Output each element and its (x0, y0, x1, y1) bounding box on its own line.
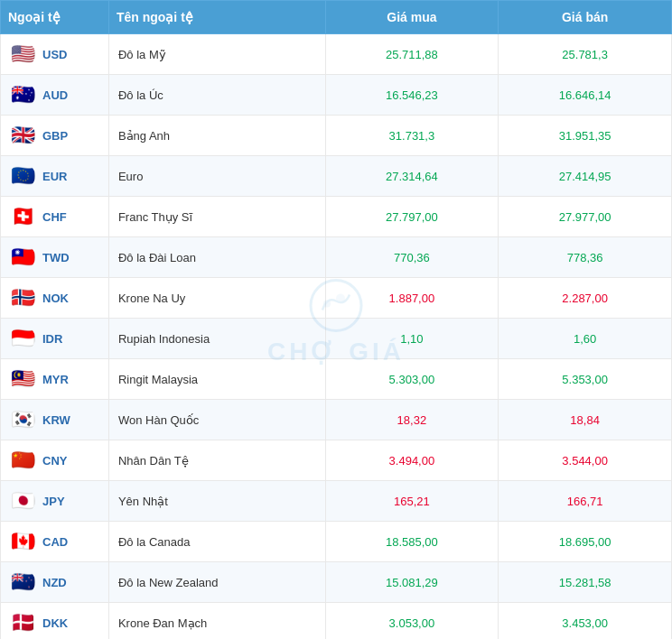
buy-value: 27.797,00 (386, 210, 438, 224)
table-row: 🇨🇭 CHF Franc Thụy Sĩ27.797,0027.977,00 (1, 197, 672, 237)
buy-value: 18.585,00 (386, 535, 438, 549)
currency-cell-dkk: 🇩🇰 DKK (1, 603, 109, 640)
table-row: 🇯🇵 JPY Yên Nhật165,21166,71 (1, 481, 672, 522)
sell-price-myr: 5.353,00 (499, 359, 672, 400)
buy-value: 1.887,00 (389, 292, 435, 305)
sell-value: 31.951,35 (559, 129, 611, 143)
sell-value: 778,36 (567, 251, 603, 264)
currency-code-chf: CHF (42, 210, 67, 224)
currency-code-krw: KRW (42, 413, 70, 427)
sell-value: 25.781,3 (562, 48, 608, 61)
currency-cell-cad: 🇨🇦 CAD (1, 522, 109, 562)
table-row: 🇺🇸 USD Đô la Mỹ25.711,8825.781,3 (1, 34, 672, 75)
buy-value: 770,36 (394, 251, 430, 264)
currency-name-twd: Đô la Đài Loan (108, 237, 325, 278)
table-row: 🇹🇼 TWD Đô la Đài Loan770,36778,36 (1, 237, 672, 278)
buy-value: 31.731,3 (389, 129, 435, 143)
currency-code-nok: NOK (42, 292, 69, 305)
buy-value: 15.081,29 (386, 576, 438, 589)
currency-cell-nzd: 🇳🇿 NZD (1, 562, 109, 603)
currency-name-idr: Rupiah Indonesia (108, 319, 325, 359)
currency-rates-table: Ngoại tệ Tên ngoại tệ Giá mua Giá bán 🇺🇸… (0, 0, 672, 639)
currency-cell-krw: 🇰🇷 KRW (1, 400, 109, 440)
flag-idr: 🇮🇩 (10, 326, 35, 351)
buy-price-nzd: 15.081,29 (325, 562, 499, 603)
currency-code-twd: TWD (42, 251, 70, 264)
buy-price-krw: 18,32 (325, 400, 499, 440)
sell-value: 166,71 (567, 495, 603, 508)
buy-price-jpy: 165,21 (325, 481, 499, 522)
currency-cell-twd: 🇹🇼 TWD (1, 237, 109, 278)
currency-name-cad: Đô la Canada (108, 522, 325, 562)
table-row: 🇮🇩 IDR Rupiah Indonesia1,101,60 (1, 319, 672, 359)
buy-price-cad: 18.585,00 (325, 522, 499, 562)
currency-cell-myr: 🇲🇾 MYR (1, 359, 109, 400)
buy-price-cny: 3.494,00 (325, 440, 499, 481)
sell-value: 5.353,00 (562, 373, 608, 386)
sell-price-gbp: 31.951,35 (499, 116, 672, 156)
sell-price-nzd: 15.281,58 (499, 562, 672, 603)
sell-value: 27.414,95 (559, 170, 611, 183)
currency-cell-aud: 🇦🇺 AUD (1, 75, 109, 116)
sell-price-nok: 2.287,00 (499, 278, 672, 319)
currency-table-container: CHỢ GIÁ Ngoại tệ Tên ngoại tệ Giá mua Gi… (0, 0, 672, 639)
flag-cad: 🇨🇦 (10, 529, 35, 554)
currency-name-jpy: Yên Nhật (108, 481, 325, 522)
currency-code-nzd: NZD (42, 576, 67, 589)
currency-name-usd: Đô la Mỹ (108, 34, 325, 75)
currency-name-nzd: Đô la New Zealand (108, 562, 325, 603)
table-row: 🇪🇺 EUR Euro27.314,6427.414,95 (1, 156, 672, 197)
table-row: 🇳🇴 NOK Krone Na Uy1.887,002.287,00 (1, 278, 672, 319)
table-row: 🇲🇾 MYR Ringit Malaysia5.303,005.353,00 (1, 359, 672, 400)
buy-value: 165,21 (394, 495, 430, 508)
currency-code-aud: AUD (42, 88, 68, 102)
sell-price-chf: 27.977,00 (499, 197, 672, 237)
currency-name-cny: Nhân Dân Tệ (108, 440, 325, 481)
sell-price-idr: 1,60 (499, 319, 672, 359)
table-row: 🇨🇦 CAD Đô la Canada18.585,0018.695,00 (1, 522, 672, 562)
sell-price-jpy: 166,71 (499, 481, 672, 522)
header-currency: Ngoại tệ (1, 1, 109, 34)
flag-twd: 🇹🇼 (10, 245, 35, 270)
currency-cell-chf: 🇨🇭 CHF (1, 197, 109, 237)
sell-price-cad: 18.695,00 (499, 522, 672, 562)
table-body: 🇺🇸 USD Đô la Mỹ25.711,8825.781,3 🇦🇺 AUD … (1, 34, 672, 640)
currency-name-eur: Euro (108, 156, 325, 197)
table-header-row: Ngoại tệ Tên ngoại tệ Giá mua Giá bán (1, 1, 672, 34)
sell-price-krw: 18,84 (499, 400, 672, 440)
buy-value: 16.546,23 (386, 88, 438, 102)
currency-cell-idr: 🇮🇩 IDR (1, 319, 109, 359)
sell-price-usd: 25.781,3 (499, 34, 672, 75)
header-buy: Giá mua (325, 1, 499, 34)
flag-eur: 🇪🇺 (10, 163, 35, 189)
buy-price-chf: 27.797,00 (325, 197, 499, 237)
buy-price-gbp: 31.731,3 (325, 116, 499, 156)
currency-name-nok: Krone Na Uy (108, 278, 325, 319)
sell-price-twd: 778,36 (499, 237, 672, 278)
currency-cell-nok: 🇳🇴 NOK (1, 278, 109, 319)
flag-jpy: 🇯🇵 (10, 488, 35, 514)
currency-name-chf: Franc Thụy Sĩ (108, 197, 325, 237)
buy-value: 25.711,88 (386, 48, 438, 61)
sell-price-aud: 16.646,14 (499, 75, 672, 116)
buy-value: 3.053,00 (389, 616, 435, 630)
sell-value: 3.544,00 (562, 454, 608, 468)
header-sell: Giá bán (499, 1, 672, 34)
buy-price-twd: 770,36 (325, 237, 499, 278)
currency-cell-gbp: 🇬🇧 GBP (1, 116, 109, 156)
buy-value: 3.494,00 (389, 454, 435, 468)
flag-myr: 🇲🇾 (10, 366, 35, 392)
currency-name-gbp: Bảng Anh (108, 116, 325, 156)
currency-code-jpy: JPY (42, 495, 65, 508)
sell-value: 3.453,00 (562, 616, 608, 630)
currency-name-dkk: Krone Đan Mạch (108, 603, 325, 640)
currency-name-myr: Ringit Malaysia (108, 359, 325, 400)
sell-price-cny: 3.544,00 (499, 440, 672, 481)
currency-cell-jpy: 🇯🇵 JPY (1, 481, 109, 522)
table-row: 🇬🇧 GBP Bảng Anh31.731,331.951,35 (1, 116, 672, 156)
flag-cny: 🇨🇳 (10, 448, 35, 473)
buy-value: 27.314,64 (386, 170, 438, 183)
sell-value: 27.977,00 (559, 210, 611, 224)
currency-code-cad: CAD (42, 535, 68, 549)
buy-price-nok: 1.887,00 (325, 278, 499, 319)
